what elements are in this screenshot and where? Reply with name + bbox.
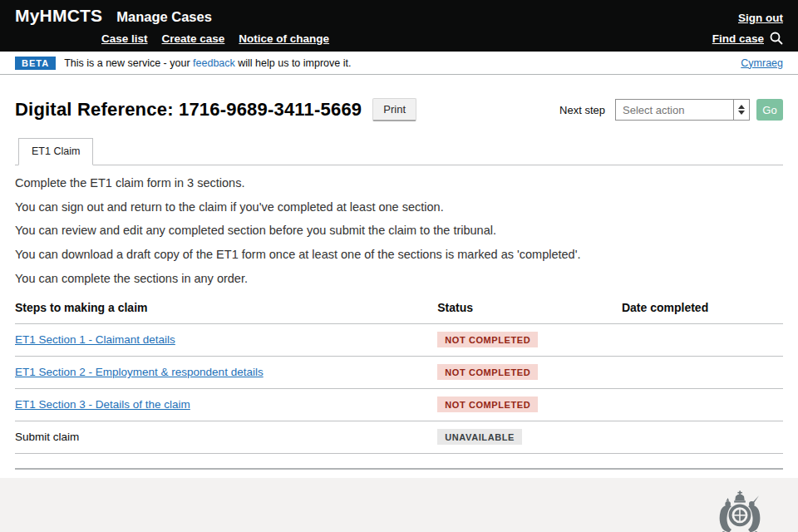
intro-paragraph: You can complete the sections in any ord… (15, 268, 783, 285)
step-link-section2[interactable]: ET1 Section 2 - Employment & respondent … (15, 366, 264, 378)
find-case[interactable]: Find case (712, 32, 783, 45)
language-switch-link[interactable]: Cymraeg (741, 57, 783, 69)
column-header-date: Date completed (622, 293, 783, 324)
app-header: MyHMCTS Manage Cases Sign out Case list … (0, 0, 798, 52)
column-header-status: Status (437, 293, 622, 324)
status-badge: NOT COMPLETED (437, 332, 538, 347)
step-submit-claim: Submit claim (15, 431, 79, 443)
feedback-link[interactable]: feedback (193, 57, 235, 69)
steps-table: Steps to making a claim Status Date comp… (15, 293, 783, 454)
phase-banner: BETA This is a new service - your feedba… (0, 52, 798, 75)
beta-badge: BETA (15, 57, 56, 70)
app-title: Manage Cases (116, 9, 212, 25)
tab-bar: ET1 Claim (15, 138, 783, 165)
primary-nav: Case list Create case Notice of change (101, 32, 329, 45)
nav-case-list[interactable]: Case list (101, 32, 148, 45)
status-badge: NOT COMPLETED (437, 397, 538, 412)
table-row: ET1 Section 2 - Employment & respondent … (15, 356, 783, 388)
tab-et1-claim[interactable]: ET1 Claim (18, 138, 93, 165)
intro-paragraph: You can sign out and return to the claim… (15, 197, 783, 214)
status-badge: NOT COMPLETED (437, 364, 538, 380)
next-step-select-value: Select action (616, 104, 733, 116)
table-row: ET1 Section 3 - Details of the claim NOT… (15, 388, 783, 421)
intro-paragraph: You can review and edit any completed se… (15, 220, 783, 237)
phase-banner-text: This is a new service - your feedback wi… (64, 57, 351, 69)
royal-coat-of-arms-icon (704, 488, 776, 532)
page-footer: Accessibility Terms and conditions Cooki… (0, 478, 798, 532)
table-row: ET1 Section 1 - Claimant details NOT COM… (15, 323, 783, 356)
column-header-steps: Steps to making a claim (15, 293, 437, 324)
main-content: Digital Reference: 1716-9689-3411-5669 P… (0, 98, 798, 474)
find-case-link[interactable]: Find case (712, 32, 764, 45)
content-bottom-rule (15, 468, 783, 470)
next-step-label: Next step (559, 104, 605, 116)
intro-paragraph: You can download a draft copy of the ET1… (15, 244, 783, 261)
status-badge: UNAVAILABLE (437, 429, 522, 445)
print-button[interactable]: Print (372, 98, 416, 121)
sign-out-link[interactable]: Sign out (738, 12, 783, 24)
phase-text-after: will help us to improve it. (235, 57, 352, 69)
search-icon[interactable] (770, 32, 783, 45)
phase-text-before: This is a new service - your (64, 57, 193, 69)
select-spinner-icon (733, 100, 749, 120)
nav-notice-of-change[interactable]: Notice of change (239, 32, 329, 45)
brand-logo[interactable]: MyHMCTS (15, 6, 102, 26)
go-button[interactable]: Go (756, 99, 783, 121)
next-step-select[interactable]: Select action (615, 99, 750, 121)
nav-create-case[interactable]: Create case (162, 32, 225, 45)
table-row: Submit claim UNAVAILABLE (15, 421, 783, 453)
page-title: Digital Reference: 1716-9689-3411-5669 (15, 99, 362, 121)
step-link-section3[interactable]: ET1 Section 3 - Details of the claim (15, 398, 190, 411)
step-link-section1[interactable]: ET1 Section 1 - Claimant details (15, 333, 175, 346)
intro-text: Complete the ET1 claim form in 3 section… (15, 173, 783, 285)
intro-paragraph: Complete the ET1 claim form in 3 section… (15, 173, 783, 190)
